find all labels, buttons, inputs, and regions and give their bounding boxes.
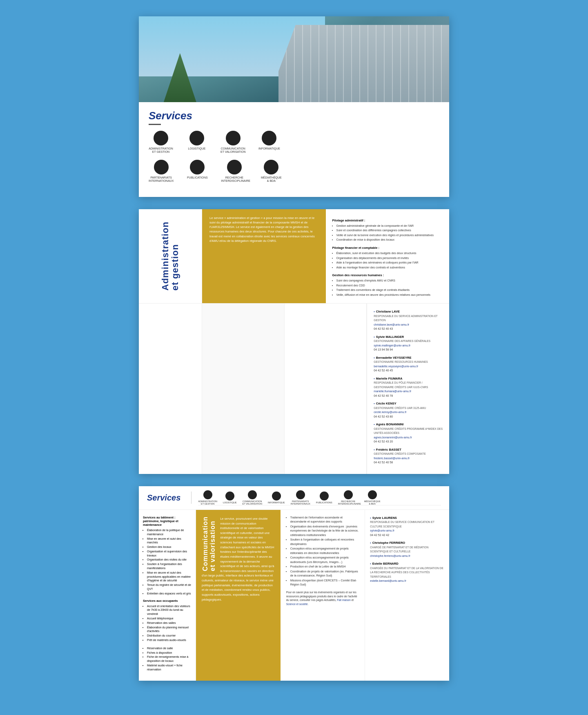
tb-icon-media-circle: [368, 490, 377, 499]
list-item: Élaboration de la politique de maintenan…: [147, 528, 192, 536]
comm-footnote: Pour en savoir plus sur les événements o…: [286, 590, 359, 606]
logistique-sidebar: Services au bâtiment : patrimoine, logis…: [139, 510, 196, 681]
icon-partenariats[interactable]: PartenariatsInternationaux: [149, 160, 174, 183]
list-item: Élaboration, suivi et exécution des budg…: [336, 251, 443, 256]
logistique-section2-title: Services aux occupants: [143, 599, 192, 603]
admin-contacts-row: •Christiane LAVE Responsable du Service …: [139, 303, 449, 474]
list-item: Coordination de projets de valorisation …: [290, 570, 359, 578]
contact-laurens: •Sylvie LAURENS Responsable du Service C…: [370, 516, 444, 538]
list-item: Suivi des campagnes d'emplois AMU et CNR…: [336, 279, 443, 283]
icon-media-label: Médiathèque& BDA: [261, 176, 282, 183]
logistique-section2-list: Accueil et orientation des visiteurs de …: [143, 604, 192, 642]
title-underline: [149, 124, 161, 125]
tb-icon-info-circle: [272, 492, 281, 500]
icons-row-1: Administrationet Gestion Logistique Comm…: [149, 131, 439, 154]
admin-contacts-spacer: [139, 304, 202, 474]
list-item: Production en chef de la Lettre de la MM…: [290, 565, 359, 569]
icon-media-circle: [264, 160, 278, 174]
tb-icon-pub-label: Publications: [316, 501, 332, 504]
comm-missions-list: Traitement de l'information ascendante e…: [286, 516, 359, 587]
list-item: Conception et/ou accompagnement de proje…: [290, 556, 359, 564]
list-item: Traitement de l'information ascendante e…: [290, 516, 359, 524]
list-item: Fiche de renseignements mise à dispositi…: [147, 655, 192, 663]
gest-rh-list: Suivi des campagnes d'emplois AMU et CNR…: [332, 279, 443, 297]
tb-icon-info[interactable]: Informatique: [268, 492, 285, 504]
tb-icon-rech-circle: [344, 490, 353, 499]
list-item: Suivi et coordination des différentes ca…: [336, 228, 443, 233]
list-item: Gestion administrative générale de la co…: [336, 224, 443, 228]
science-societe-link[interactable]: Science et société: [286, 603, 308, 606]
services-top-bar: Services Administrationet Gestion Logist…: [139, 486, 449, 510]
tb-icon-logistique[interactable]: Logistique: [223, 492, 237, 504]
admin-description-text: Le service « administration et gestion »…: [209, 216, 318, 244]
tb-icon-logistique-circle: [225, 492, 234, 500]
list-item: Accueil et orientation des visiteurs de …: [147, 604, 192, 616]
icon-publications[interactable]: Publications: [185, 160, 209, 183]
list-item: Coordination de mise à disposition des l…: [336, 238, 443, 242]
icon-logistique-circle: [189, 131, 204, 145]
list-item: Organisation des événements d'envergure …: [290, 525, 359, 538]
contact-mallinger: •Sylvie MALLINGER Gestionnaire des Affai…: [374, 335, 443, 352]
tb-icon-admin[interactable]: Administrationet Gestion: [198, 490, 217, 505]
services-title-sm: Services: [147, 493, 180, 503]
contact-fiumara: •Marielle FIUMARA Responsable du Pôle Fi…: [374, 376, 443, 398]
icon-rech-circle: [227, 160, 242, 174]
list-item: Veille, diffusion et mise en œuvre des p…: [336, 293, 443, 297]
fait-maison-link[interactable]: Fait maison: [337, 599, 351, 601]
icons-row-2: PartenariatsInternationaux Publications …: [149, 160, 439, 183]
comm-contacts-panel: •Sylvie LAURENS Responsable du Service C…: [365, 510, 449, 681]
top-bar-divider: [191, 492, 192, 504]
tb-icon-comm[interactable]: Communicationet valorisation: [243, 490, 262, 505]
icon-informatique[interactable]: Informatique: [257, 131, 281, 154]
icon-pub-label: Publications: [187, 176, 208, 179]
list-item: Aide au montage financier des contrats e…: [336, 266, 443, 270]
list-item: Élaboration du planning mensuel d'activi…: [147, 626, 192, 634]
admin-sidebar: Administration et gestion: [139, 209, 202, 304]
list-item: Soutien à l'organisation de colloques et…: [290, 538, 359, 546]
tb-icon-partenariats[interactable]: PartenariatsInternationaux: [291, 490, 310, 505]
list-item: Prêt de matériels audio-visuels: [147, 638, 192, 642]
icon-comm-label: Communicationet valorisation: [220, 147, 245, 154]
admin-description-panel: Le service « administration et gestion »…: [202, 209, 326, 304]
list-item: Soutien à l'organisation des manifestati…: [147, 562, 192, 570]
gest-rh-title: Gestion des ressources humaines :: [332, 273, 443, 277]
admin-contacts-spacer2: [202, 304, 285, 474]
list-item: Mise en œuvre et suivi des procédures ap…: [147, 571, 192, 583]
card-admin: Administration et gestion Le service « a…: [139, 209, 449, 474]
admin-sidebar-title: Administration et gestion: [160, 221, 180, 290]
logistique-section3: Réservation de salle Fiches à dispositio…: [143, 646, 192, 672]
tb-icon-media[interactable]: Médiathèque& BDA: [364, 490, 381, 505]
icon-recherche[interactable]: RechercheInterdisciplinaire: [221, 160, 247, 183]
list-item: Fiches à disposition: [147, 651, 192, 655]
pilotage-admin-title: Pilotage administratif :: [332, 218, 443, 223]
card-services-comm: Services Administrationet Gestion Logist…: [139, 486, 449, 681]
icon-admin-label: Administrationet Gestion: [149, 147, 173, 154]
contact-basset: •Frédéric BASSET Gestionnaire Crédits Co…: [374, 447, 443, 465]
tb-icon-rech[interactable]: RechercheInterdisciplinaire: [338, 490, 359, 505]
list-item: Entretien des espaces verts et gris: [147, 592, 192, 596]
icon-logistique-label: Logistique: [188, 147, 206, 150]
icon-admin-gestion[interactable]: Administrationet Gestion: [149, 131, 173, 154]
tb-icon-pub-circle: [320, 492, 329, 500]
icon-communication[interactable]: Communicationet valorisation: [220, 131, 245, 154]
contact-estelle-bernard: •Estelle BERNARD Chargée du Partenariat …: [370, 561, 444, 583]
list-item: Accueil téléphonique: [147, 617, 192, 621]
hero-image: [139, 16, 449, 102]
list-item: Veille et suivi de la bonne exécution de…: [336, 233, 443, 238]
admin-top-row: Administration et gestion Le service « a…: [139, 209, 449, 304]
tb-icon-pub[interactable]: Publications: [316, 492, 332, 504]
list-item: Traitement des conventions de stage et c…: [336, 288, 443, 293]
icon-mediatheque[interactable]: Médiathèque& BDA: [259, 160, 283, 183]
icon-info-circle: [262, 131, 276, 145]
logistique-section3-list: Réservation de salle Fiches à dispositio…: [143, 646, 192, 672]
list-item: Conception et/ou accompagnement de proje…: [290, 547, 359, 555]
list-item: Missions d'expertise (dont CERCETS – Com…: [290, 579, 359, 587]
services-main-title: Services: [149, 109, 439, 122]
pilotage-fin-title: Pilotage financier et comptable :: [332, 246, 443, 250]
list-item: Organisation des déplacements des person…: [336, 256, 443, 261]
contact-lave: •Christiane LAVE Responsable du Service …: [374, 309, 443, 331]
icon-logistique[interactable]: Logistique: [185, 131, 209, 154]
icon-admin-circle: [154, 131, 168, 145]
icon-comm-circle: [226, 131, 241, 145]
list-item: Réservation de salle: [147, 646, 192, 650]
